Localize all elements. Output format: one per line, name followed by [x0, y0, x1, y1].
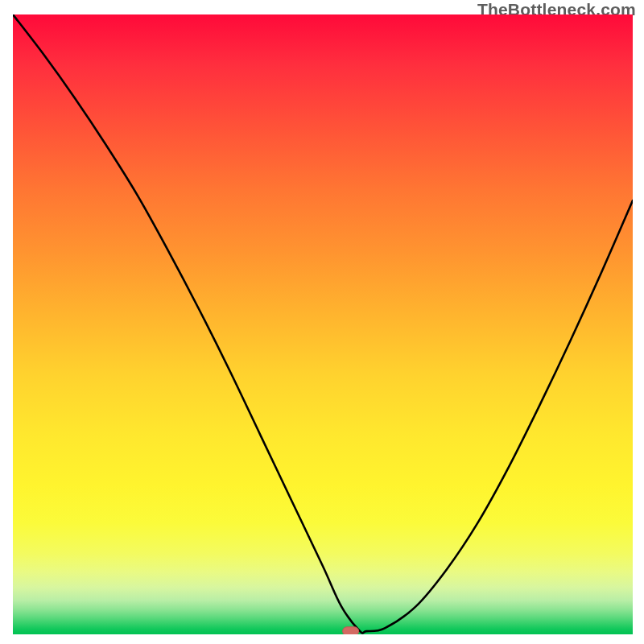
bottleneck-curve-path: [13, 14, 633, 634]
chart-container: TheBottleneck.com: [0, 0, 644, 644]
minimum-marker: [343, 627, 359, 634]
curve-layer: [13, 14, 633, 634]
plot-area: [13, 14, 633, 634]
